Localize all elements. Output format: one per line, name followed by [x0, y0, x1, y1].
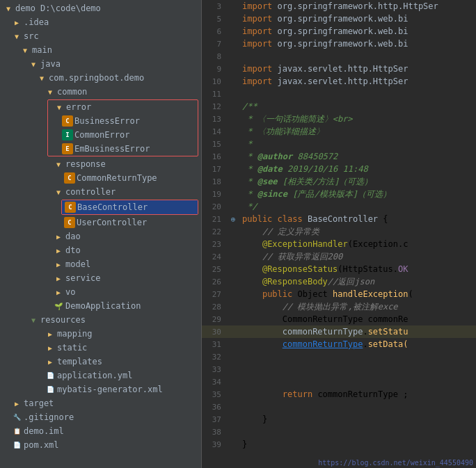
tree-item-common-return-type[interactable]: C CommonReturnType — [0, 171, 201, 185]
tree-label: .gitignore — [24, 412, 201, 422]
tree-item-demo-iml[interactable]: 📋 demo.iml — [0, 424, 201, 438]
tree-item-resources[interactable]: ▼ resources — [0, 313, 201, 327]
folder-open-icon: ▼ — [3, 3, 14, 14]
code-line-20: 20 */ — [202, 200, 476, 213]
tree-item-pom-xml[interactable]: 📄 pom.xml — [0, 438, 201, 452]
tree-label: pom.xml — [24, 440, 201, 450]
tree-item-dao[interactable]: ▶ dao — [0, 229, 201, 243]
tree-item-user-controller[interactable]: C UserController — [0, 216, 201, 229]
code-line-27: 27 public Object handleException( — [202, 288, 476, 300]
folder-icon: ▶ — [45, 328, 56, 339]
tree-item-src[interactable]: ▼ src — [0, 29, 201, 43]
tree-item-controller[interactable]: ▼ controller — [0, 185, 201, 199]
xml-icon: 📄 — [45, 384, 56, 395]
code-line-12: 12 /** — [202, 100, 476, 113]
tree-label: .idea — [24, 17, 201, 27]
folder-open-icon: ▼ — [19, 45, 31, 56]
tree-label: common — [57, 87, 201, 97]
java-enum-icon: E — [62, 143, 73, 154]
folder-icon: ▶ — [53, 259, 64, 270]
code-line-21: 21 ⊕ public class BaseController { — [202, 213, 476, 225]
tree-item-application-yml[interactable]: 📄 application.yml — [0, 369, 201, 382]
tree-label: DemoApplication — [65, 301, 201, 311]
code-line-31: 31 commonReturnType.setData( — [202, 338, 476, 350]
code-line-28: 28 // 模块抛出异常,被注解exce — [202, 300, 476, 313]
tree-item-demo-root[interactable]: ▼ demo D:\code\demo — [0, 1, 201, 15]
tree-item-com-springboot-demo[interactable]: ▼ com.springboot.demo — [0, 71, 201, 85]
folder-open-icon: ▼ — [36, 72, 47, 83]
tree-item-response[interactable]: ▼ response — [0, 157, 201, 171]
tree-label: CommonError — [74, 130, 198, 140]
tree-item-base-controller[interactable]: C BaseController — [62, 200, 198, 214]
tree-item-em-business-error[interactable]: E EmBusinessError — [48, 142, 198, 156]
tree-item-idea[interactable]: ▶ .idea — [0, 15, 201, 29]
code-line-32: 32 — [202, 350, 476, 363]
code-line-22: 22 // 定义异常类 — [202, 225, 476, 238]
tree-item-mybatis-generator-xml[interactable]: 📄 mybatis-generator.xml — [0, 382, 201, 396]
code-line-39: 39 } — [202, 438, 476, 451]
code-line-18: 18 * @see [相关类/方法]（可选） — [202, 175, 476, 188]
tree-item-common-error[interactable]: I CommonError — [48, 128, 198, 142]
java-class-icon: C — [64, 172, 75, 184]
tree-label: service — [65, 273, 201, 283]
tree-item-main[interactable]: ▼ main — [0, 43, 201, 57]
tree-label: resources — [40, 315, 201, 325]
tree-label: dao — [65, 232, 201, 241]
folder-icon: ▶ — [11, 17, 22, 28]
code-line-5: 5 import org.springframework.web.bi — [202, 13, 476, 25]
tree-item-gitignore[interactable]: 🔧 .gitignore — [0, 410, 201, 424]
folder-icon: ▶ — [53, 245, 64, 256]
tree-item-common[interactable]: ▼ common — [0, 85, 201, 99]
tree-label: error — [66, 102, 198, 112]
code-line-30: 30 commonReturnType.setStatu — [202, 325, 476, 338]
tree-label: EmBusinessError — [74, 144, 198, 154]
tree-label: dto — [65, 245, 201, 255]
code-line-19: 19 * @since [产品/模块版本]（可选） — [202, 188, 476, 200]
tree-item-demo-application[interactable]: 🌱 DemoApplication — [0, 299, 201, 313]
tree-label: model — [65, 259, 201, 269]
watermark: https://blog.csdn.net/weixin_44550490 — [318, 459, 473, 467]
tree-label: BaseController — [77, 202, 198, 212]
code-line-14: 14 * 〈功能详细描述〉 — [202, 125, 476, 138]
tree-item-vo[interactable]: ▶ vo — [0, 285, 201, 299]
tree-item-mapping[interactable]: ▶ mapping — [0, 327, 201, 341]
file-tree[interactable]: ▼ demo D:\code\demo ▶ .idea ▼ src ▼ main… — [0, 0, 202, 468]
java-class-icon: C — [65, 202, 76, 213]
java-class-icon: C — [64, 217, 75, 228]
tree-item-error[interactable]: ▼ error — [48, 100, 198, 114]
tree-item-business-error[interactable]: C BusinessError — [48, 114, 198, 128]
tree-label: controller — [65, 187, 201, 197]
code-line-33: 33 — [202, 363, 476, 376]
code-line-11: 11 — [202, 88, 476, 100]
tree-label: src — [24, 31, 201, 41]
code-line-26: 26 @ResponseBody//返回json — [202, 275, 476, 288]
tree-label: BusinessError — [74, 116, 198, 126]
tree-label: CommonReturnType — [77, 173, 201, 183]
tree-item-dto[interactable]: ▶ dto — [0, 243, 201, 257]
tree-item-service[interactable]: ▶ service — [0, 271, 201, 285]
tree-item-static[interactable]: ▶ static — [0, 341, 201, 355]
tree-label: application.yml — [57, 371, 201, 380]
tree-label: response — [65, 159, 201, 169]
folder-icon: ▶ — [11, 398, 22, 409]
folder-icon: ▶ — [53, 273, 64, 284]
folder-icon: ▶ — [45, 356, 56, 367]
tree-item-templates[interactable]: ▶ templates — [0, 355, 201, 369]
code-line-9: 9 import javax.servlet.http.HttpSer — [202, 63, 476, 75]
tree-label: demo D:\code\demo — [15, 3, 201, 13]
code-line-8: 8 — [202, 50, 476, 63]
folder-open-icon: ▼ — [28, 58, 39, 70]
folder-open-icon: ▼ — [53, 159, 64, 170]
git-icon: 🔧 — [11, 412, 22, 423]
code-line-24: 24 // 获取异常返回200 — [202, 250, 476, 263]
folder-open-icon: ▼ — [45, 86, 56, 97]
code-line-29: 29 CommonReturnType commonRe — [202, 313, 476, 325]
folder-icon: ▶ — [53, 287, 64, 298]
tree-item-target[interactable]: ▶ target — [0, 396, 201, 410]
folder-icon: ▶ — [45, 342, 56, 353]
iml-icon: 📋 — [11, 426, 22, 437]
java-class-icon: C — [62, 115, 73, 127]
tree-item-model[interactable]: ▶ model — [0, 257, 201, 271]
tree-item-java[interactable]: ▼ java — [0, 57, 201, 71]
code-panel: 3 import org.springframework.http.HttpSe… — [202, 0, 476, 468]
